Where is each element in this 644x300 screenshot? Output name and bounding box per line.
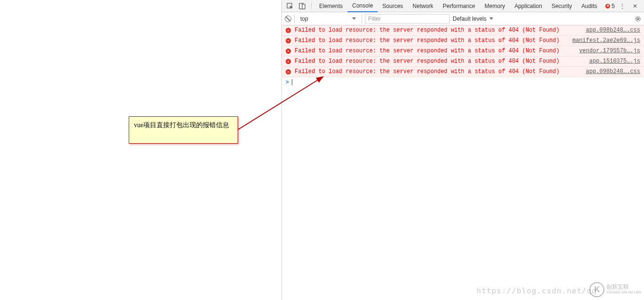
error-source-link[interactable]: app.098b248….css: [586, 26, 640, 34]
watermark-logo: K 创新互联 CHUANG XIN HU LIAN: [589, 282, 641, 297]
tab-memory[interactable]: Memory: [480, 0, 510, 12]
error-dot-icon: ✕: [605, 4, 610, 8]
error-icon: ✕: [286, 49, 291, 54]
error-message: Failed to load resource: the server resp…: [295, 47, 574, 55]
gear-icon[interactable]: [635, 16, 641, 22]
tab-audits[interactable]: Audits: [577, 0, 602, 12]
device-toggle-icon[interactable]: [296, 1, 308, 11]
more-icon[interactable]: ⋮: [617, 1, 628, 11]
error-message: Failed to load resource: the server resp…: [295, 57, 585, 65]
clear-console-icon[interactable]: [285, 16, 291, 22]
error-count-badge[interactable]: ✕ 5: [605, 3, 615, 9]
divider: [311, 2, 312, 10]
execution-context-select[interactable]: top: [297, 15, 359, 23]
console-error-row: ✕ Failed to load resource: the server re…: [282, 36, 644, 46]
error-source-link[interactable]: manifest.2ae2e69….js: [572, 37, 640, 45]
annotation-text: vue项目直接打包出现的报错信息: [134, 122, 229, 129]
svg-rect-2: [302, 4, 305, 9]
tab-application[interactable]: Application: [510, 0, 547, 12]
error-count-number: 5: [611, 3, 615, 9]
prompt-chevron-icon: >: [286, 79, 289, 85]
error-icon: ✕: [286, 38, 291, 43]
console-prompt[interactable]: >: [282, 77, 644, 87]
log-levels-select[interactable]: Default levels: [453, 16, 493, 22]
error-message: Failed to load resource: the server resp…: [295, 68, 581, 76]
error-source-link[interactable]: app.1510375….js: [589, 57, 640, 65]
error-source-link[interactable]: vendor.179557b….js: [579, 47, 640, 55]
close-icon[interactable]: ✕: [630, 1, 640, 11]
cursor: [292, 79, 292, 85]
error-icon: ✕: [286, 59, 291, 64]
chevron-down-icon: [489, 17, 493, 20]
console-error-row: ✕ Failed to load resource: the server re…: [282, 25, 644, 36]
filter-input[interactable]: [365, 14, 450, 24]
svg-point-3: [637, 18, 639, 20]
console-output: ✕ Failed to load resource: the server re…: [282, 25, 644, 300]
error-icon: ✕: [286, 69, 291, 74]
tab-performance[interactable]: Performance: [438, 0, 480, 12]
error-icon: ✕: [286, 28, 291, 33]
console-error-row: ✕ Failed to load resource: the server re…: [282, 57, 644, 67]
tab-network[interactable]: Network: [408, 0, 438, 12]
logo-circle-icon: K: [589, 282, 604, 297]
console-error-row: ✕ Failed to load resource: the server re…: [282, 67, 644, 77]
watermark-url: https://blog.csdn.net/qq: [477, 286, 597, 295]
tab-sources[interactable]: Sources: [378, 0, 408, 12]
devtools-panel: Elements Console Sources Network Perform…: [281, 0, 644, 300]
divider: [294, 15, 295, 23]
devtools-tab-bar: Elements Console Sources Network Perform…: [282, 0, 644, 12]
levels-label: Default levels: [453, 16, 487, 22]
console-error-row: ✕ Failed to load resource: the server re…: [282, 46, 644, 57]
logo-subtext: CHUANG XIN HU LIAN: [606, 290, 641, 295]
tab-console[interactable]: Console: [347, 0, 378, 12]
tab-elements[interactable]: Elements: [314, 0, 347, 12]
inspect-icon[interactable]: [284, 1, 296, 11]
divider: [362, 15, 362, 23]
tab-security[interactable]: Security: [547, 0, 577, 12]
logo-text: 创新互联: [606, 284, 641, 290]
error-message: Failed to load resource: the server resp…: [295, 37, 568, 45]
error-source-link[interactable]: app.098b248….css: [586, 68, 640, 76]
annotation-callout: vue项目直接打包出现的报错信息: [129, 116, 238, 144]
chevron-down-icon: [352, 17, 356, 20]
error-message: Failed to load resource: the server resp…: [295, 26, 581, 34]
tab-bar-right: ✕ 5 ⋮ ✕: [605, 1, 642, 11]
context-label: top: [300, 16, 308, 22]
console-toolbar: top Default levels: [282, 12, 644, 25]
